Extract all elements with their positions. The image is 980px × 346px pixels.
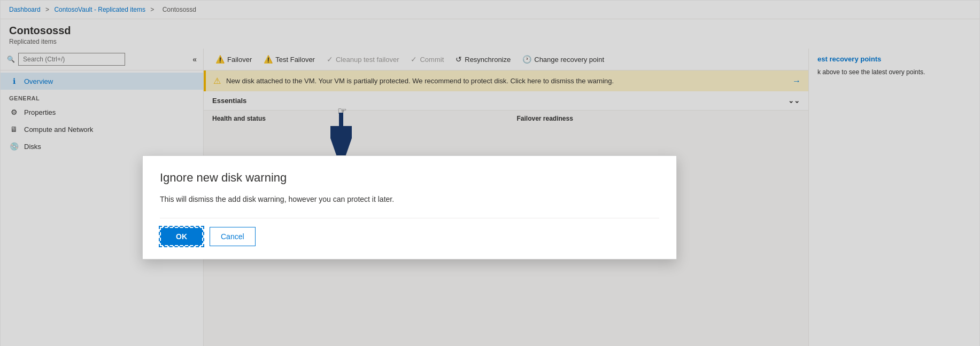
dialog-ok-button[interactable]: OK (160, 227, 203, 246)
dialog: Ignore new disk warning This will dismis… (142, 155, 677, 260)
dialog-footer: OK Cancel (160, 218, 659, 246)
dialog-body: This will dismiss the add disk warning, … (160, 193, 659, 205)
dialog-title: Ignore new disk warning (160, 171, 659, 185)
page-wrapper: Dashboard > ContosoVault - Replicated it… (0, 0, 980, 346)
dialog-cancel-button[interactable]: Cancel (210, 227, 256, 246)
